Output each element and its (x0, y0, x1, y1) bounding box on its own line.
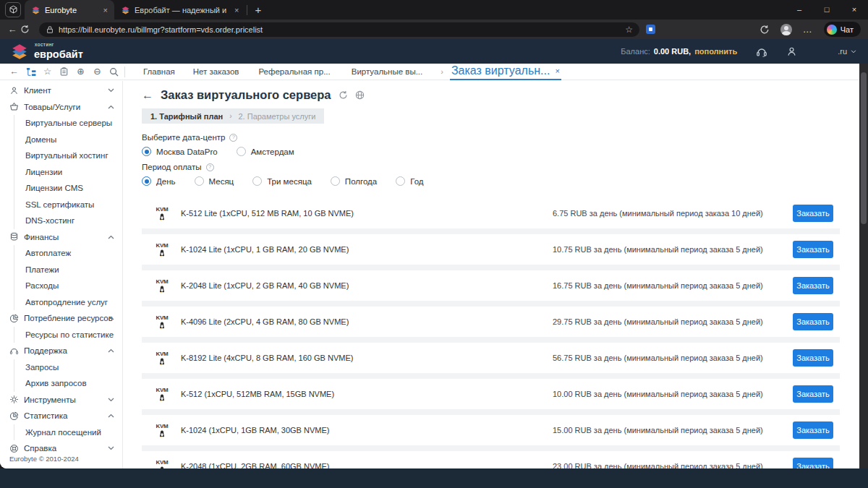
plan-price: 16.75 RUB за день (минимальный период за… (553, 281, 763, 290)
copilot-chat-button[interactable]: Чат (824, 22, 861, 37)
clipboard-icon[interactable] (56, 67, 72, 77)
browser-menu-icon[interactable]: … (803, 24, 813, 35)
favorite-star-icon[interactable]: ☆ (625, 25, 633, 35)
sidebar-item-autopay[interactable]: Автоплатеж (14, 245, 122, 262)
sidebar-item-support[interactable]: Поддержка (0, 343, 122, 359)
sidebar-item-requests[interactable]: Запросы (14, 359, 122, 376)
panel-back-icon[interactable]: ← (6, 64, 22, 80)
order-button[interactable]: Заказать (793, 277, 833, 294)
browser-essentials-icon[interactable] (760, 25, 770, 35)
maximize-button[interactable]: □ (813, 0, 841, 20)
plan-name: K-512 (1xCPU, 512MB RAM, 15GB NVME) (181, 390, 334, 398)
sidebar-item-finance[interactable]: Финансы (0, 229, 122, 246)
sidebar-item-visit-log[interactable]: Журнал посещений (14, 424, 122, 441)
order-button[interactable]: Заказать (793, 205, 833, 222)
browser-back-button[interactable]: ← (4, 24, 20, 35)
profile-avatar[interactable] (780, 24, 792, 35)
radio-amsterdam[interactable]: Амстердам (237, 147, 294, 156)
radio-year[interactable]: Год (396, 176, 423, 186)
tree-view-icon[interactable] (22, 67, 39, 77)
extension-icon[interactable] (646, 25, 655, 34)
new-tab-button[interactable]: + (255, 0, 261, 20)
radio-moscow-datapro[interactable]: Москва DataPro (142, 147, 218, 156)
sidebar-item-client[interactable]: Клиент (0, 82, 122, 99)
order-button[interactable]: Заказать (793, 313, 833, 330)
page-title-row: ← Заказ виртуального сервера (142, 88, 868, 102)
sidebar-item-tools[interactable]: Инструменты (0, 392, 122, 408)
browser-toolbar: ← https://bill.eurobyte.ru/billmgr?start… (0, 20, 868, 39)
support-headset-button[interactable] (756, 46, 767, 57)
main-content: ← Заказ виртуального сервера 1. Тарифный… (124, 81, 868, 468)
address-bar[interactable]: https://bill.eurobyte.ru/billmgr?startfo… (39, 22, 639, 37)
browser-tab-eurobyte[interactable]: Eurobyte × (25, 0, 114, 20)
info-icon[interactable]: ? (229, 134, 237, 142)
account-button[interactable] (786, 46, 797, 57)
scrollbar-thumb[interactable] (861, 72, 867, 224)
order-button[interactable]: Заказать (793, 241, 833, 258)
info-icon[interactable]: ? (206, 163, 214, 171)
radio-day[interactable]: День (142, 176, 176, 186)
sidebar-item-ssl[interactable]: SSL сертификаты (14, 197, 122, 213)
sidebar-item-stats-resources[interactable]: Ресурсы по статистике (14, 327, 122, 343)
zoom-out-icon[interactable]: ⊖ (89, 64, 106, 80)
eurobyte-logo[interactable]: хостинг евробайт (0, 43, 83, 60)
sidebar-label: Справка (24, 444, 56, 453)
refresh-button[interactable] (339, 90, 348, 100)
language-selector[interactable]: .ru (838, 47, 856, 56)
sidebar-item-cms-licenses[interactable]: Лицензии CMS (14, 180, 122, 197)
panel-tab-no-orders[interactable]: Нет заказов (193, 67, 239, 76)
minimize-button[interactable]: – (786, 0, 813, 20)
tab-overflow-chevron-icon[interactable]: › (441, 67, 443, 76)
radio-half-year[interactable]: Полгода (331, 176, 377, 186)
globe-button[interactable] (355, 90, 365, 100)
kvm-icon: KVM (153, 279, 171, 293)
plan-row: KVM K-4096 Lite (2xCPU, 4 GB RAM, 80 GB … (142, 307, 840, 337)
sidebar-group: Ресурсы по статистике (14, 327, 122, 343)
search-icon[interactable] (106, 67, 122, 77)
sidebar-item-expenses[interactable]: Расходы (14, 278, 122, 294)
sidebar-item-licenses[interactable]: Лицензии (14, 164, 122, 181)
chat-label: Чат (841, 25, 854, 34)
chevron-up-icon (108, 235, 114, 239)
step-tariff-plan[interactable]: 1. Тарифный план (150, 112, 223, 121)
radio-month[interactable]: Месяц (195, 176, 234, 186)
url-text[interactable]: https://bill.eurobyte.ru/billmgr?startfo… (59, 25, 621, 34)
favorites-star-icon[interactable]: ☆ (39, 64, 56, 80)
plan-name: K-1024 (1xCPU, 1GB RAM, 30GB NVME) (181, 426, 329, 435)
sidebar-label: Инструменты (24, 395, 76, 404)
tab-close-icon[interactable]: × (234, 6, 239, 14)
period-label: Период оплаты ? (142, 163, 868, 171)
panel-tab-virtual[interactable]: Виртуальные вы... (352, 67, 423, 76)
order-button[interactable]: Заказать (793, 458, 833, 468)
topup-link[interactable]: пополнить (694, 47, 737, 56)
panel-tab-referral[interactable]: Реферальная пр... (258, 67, 330, 76)
back-arrow-button[interactable]: ← (142, 89, 153, 102)
sidebar-item-resource-usage[interactable]: Потребление ресурсов (0, 310, 122, 327)
browser-tab-eurobyte-site[interactable]: Евробайт — надежный и быстр × (114, 0, 245, 20)
order-button[interactable]: Заказать (793, 421, 833, 439)
sidebar-item-statistics[interactable]: Статистика (0, 408, 122, 424)
active-tab-label: Заказ виртуальн... (451, 64, 550, 77)
sidebar-item-payments[interactable]: Платежи (14, 262, 122, 278)
order-button[interactable]: Заказать (793, 349, 833, 367)
tab-close-icon[interactable]: × (103, 6, 108, 14)
sidebar-item-products[interactable]: Товары/Услуги (0, 99, 122, 116)
radio-three-months[interactable]: Три месяца (252, 176, 312, 186)
tab-close-icon[interactable]: × (555, 67, 559, 75)
sidebar-item-autorenewal[interactable]: Автопродление услуг (14, 294, 122, 311)
panel-tab-home[interactable]: Главная (143, 67, 175, 76)
sidebar-item-web-hosting[interactable]: Виртуальный хостинг (14, 147, 122, 164)
sidebar-item-domains[interactable]: Домены (14, 132, 122, 148)
workspaces-button[interactable] (5, 2, 21, 17)
page-scrollbar[interactable] (859, 64, 868, 488)
panel-tab-order-vds-active[interactable]: Заказ виртуальн... × (450, 64, 561, 80)
close-window-button[interactable]: × (841, 0, 868, 20)
sidebar-item-requests-archive[interactable]: Архив запросов (14, 375, 122, 392)
kvm-icon: KVM (153, 424, 171, 437)
plan-price: 29.75 RUB за день (минимальный период за… (553, 317, 763, 326)
sidebar-item-virtual-servers[interactable]: Виртуальные серверы (14, 115, 122, 132)
browser-refresh-button[interactable] (20, 25, 36, 34)
order-button[interactable]: Заказать (793, 385, 833, 403)
zoom-in-icon[interactable]: ⊕ (72, 64, 89, 80)
sidebar-item-dns[interactable]: DNS-хостинг (14, 213, 122, 229)
